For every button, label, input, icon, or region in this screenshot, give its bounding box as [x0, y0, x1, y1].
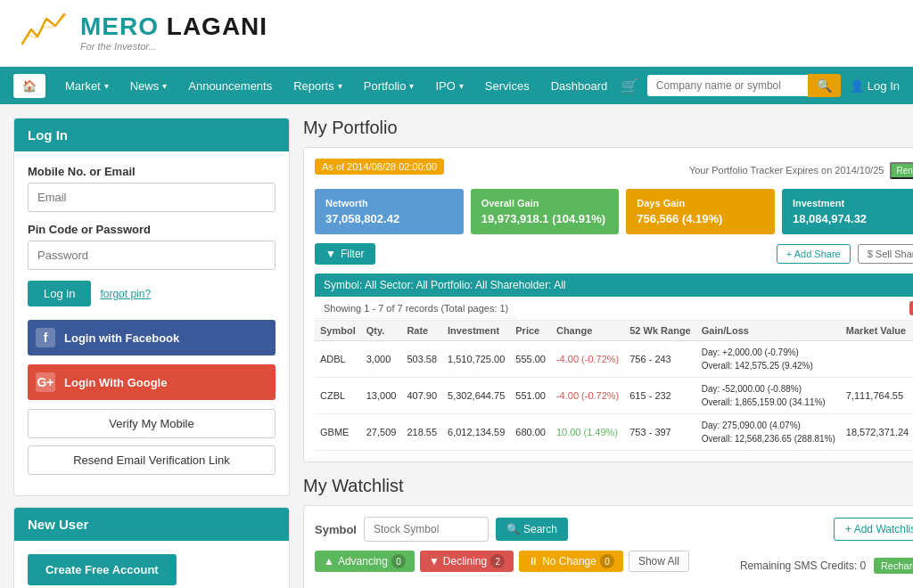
- cell-change: -4.00 (-0.72%): [551, 378, 624, 414]
- nav-item-market[interactable]: Market ▾: [54, 67, 119, 104]
- logo-chart-icon: [18, 10, 71, 57]
- col-change: Change: [551, 321, 624, 341]
- cell-symbol: CZBL: [315, 378, 361, 414]
- login-body: Mobile No. or Email Pin Code or Password…: [14, 151, 289, 495]
- table-row: ADBL 3,000 503.58 1,510,725.00 555.00 -4…: [315, 341, 913, 378]
- chevron-down-icon: ▾: [162, 81, 167, 91]
- showing-text: Showing 1 - 7 of 7 records (Total pages:…: [315, 298, 517, 319]
- login-box: Log In Mobile No. or Email Pin Code or P…: [13, 118, 290, 496]
- add-share-button[interactable]: + Add Share: [777, 244, 851, 264]
- watchlist-title: My Watchlist: [303, 476, 913, 496]
- cell-qty: 13,000: [361, 378, 402, 414]
- expires-text: Your Portfolio Tracker Expires on 2014/1…: [689, 162, 913, 179]
- investment-card: Investment 18,084,974.32: [782, 189, 913, 234]
- nav-bar: 🏠 Market ▾ News ▾ Announcements Reports …: [0, 67, 913, 104]
- stock-symbol-input[interactable]: [364, 517, 489, 542]
- chevron-down-icon: ▾: [104, 81, 109, 91]
- facebook-login-button[interactable]: f Login with Facebook: [28, 320, 276, 355]
- col-marketvalue: Market Value: [841, 321, 913, 341]
- portfolio-table-header: Symbol: All Sector: All Portfolio: All S…: [315, 274, 913, 297]
- show-all-button[interactable]: Show All: [629, 551, 689, 572]
- watchlist-search-row: Symbol 🔍 Search + Add Watchlist: [315, 517, 913, 542]
- watchlist-search-button[interactable]: 🔍 Search: [496, 518, 568, 541]
- nav-item-dashboard[interactable]: Dashboard: [540, 67, 619, 104]
- table-header-row: Symbol Qty. Rate Investment Price Change…: [315, 321, 913, 341]
- new-user-box: New User Create Free Account After regis…: [13, 507, 290, 588]
- renew-button[interactable]: Renew: [890, 162, 913, 179]
- user-icon: 👤: [850, 79, 864, 93]
- cart-icon[interactable]: 🛒: [621, 78, 638, 94]
- sms-credits-label: Remaining SMS Credits: 0: [740, 559, 866, 572]
- resend-email-button[interactable]: Resend Email Verification Link: [28, 445, 276, 475]
- portfolio-box: As of 2014/08/28 02:00:00 Your Portfolio…: [303, 147, 913, 462]
- search-input[interactable]: [647, 75, 808, 96]
- google-login-button[interactable]: G+ Login With Google: [28, 364, 276, 400]
- add-watchlist-button[interactable]: + Add Watchlist: [834, 518, 913, 541]
- pagination-badge: 1: [909, 301, 913, 315]
- cell-investment: 1,510,725.00: [442, 341, 510, 378]
- declining-pill[interactable]: ▼ Declining 2: [420, 551, 514, 572]
- cell-investment: 5,302,644.75: [442, 378, 510, 414]
- nav-item-reports[interactable]: Reports ▾: [283, 67, 353, 104]
- new-user-header: New User: [14, 508, 289, 541]
- forgot-pin-link[interactable]: forgot pin?: [100, 288, 151, 300]
- home-nav-btn[interactable]: 🏠: [13, 74, 45, 98]
- symbol-label: Symbol: [315, 523, 357, 536]
- login-button[interactable]: Log in: [28, 281, 91, 306]
- col-52wk: 52 Wk Range: [624, 321, 695, 341]
- search-box: 🔍: [647, 74, 841, 97]
- cell-symbol: ADBL: [315, 341, 361, 378]
- login-nav-btn[interactable]: 👤 Log In: [850, 79, 900, 93]
- chevron-down-icon: ▾: [409, 81, 414, 91]
- nav-item-services[interactable]: Services: [474, 67, 540, 104]
- sell-share-button[interactable]: $ Sell Share: [858, 244, 913, 264]
- recharge-button[interactable]: Recharge: [874, 558, 913, 574]
- login-btn-row: Log in forgot pin?: [28, 281, 276, 306]
- nav-item-ipo[interactable]: IPO ▾: [424, 67, 473, 104]
- search-icon: 🔍: [506, 523, 520, 535]
- password-input[interactable]: [28, 241, 276, 270]
- advancing-pill[interactable]: ▲ Advancing 0: [315, 551, 415, 572]
- col-qty: Qty.: [361, 321, 402, 341]
- no-change-pill[interactable]: ⏸ No Change 0: [519, 551, 623, 572]
- cell-marketvalue: 18,572,371.24: [841, 414, 913, 451]
- email-input[interactable]: [28, 183, 276, 212]
- create-account-button[interactable]: Create Free Account: [28, 554, 177, 585]
- cell-52wk: 615 - 232: [624, 378, 695, 414]
- cell-change: 10.00 (1.49%): [551, 414, 624, 451]
- cell-change: -4.00 (-0.72%): [551, 341, 624, 378]
- col-gainloss: Gain/Loss: [696, 321, 841, 341]
- sms-credits-area: Remaining SMS Credits: 0 Recharge: [740, 558, 913, 574]
- portfolio-date-badge: As of 2014/08/28 02:00:00: [315, 159, 444, 175]
- days-gain-card: Days Gain 756,566 (4.19%): [626, 189, 775, 234]
- overall-gain-card: Overall Gain 19,973,918.1 (104.91%): [471, 189, 620, 234]
- portfolio-title: My Portfolio: [303, 118, 913, 138]
- nav-item-announcements[interactable]: Announcements: [177, 67, 283, 104]
- table-row: GBME 27,509 218.55 6,012,134.59 680.00 1…: [315, 414, 913, 451]
- facebook-icon: f: [36, 328, 55, 347]
- nav-item-portfolio[interactable]: Portfolio ▾: [353, 67, 425, 104]
- watchlist-box: Symbol 🔍 Search + Add Watchlist ▲ Advanc…: [303, 505, 913, 588]
- chevron-down-icon: ▾: [338, 81, 342, 91]
- arrow-up-icon: ▲: [324, 555, 334, 568]
- right-panel: My Portfolio As of 2014/08/28 02:00:00 Y…: [303, 118, 913, 588]
- verify-mobile-button[interactable]: Verify My Mobile: [28, 409, 276, 438]
- cell-price: 551.00: [510, 378, 551, 414]
- nav-right: 🛒 🔍 👤 Log In: [621, 74, 900, 97]
- left-panel: Log In Mobile No. or Email Pin Code or P…: [13, 118, 290, 588]
- col-symbol: Symbol: [315, 321, 361, 341]
- search-button[interactable]: 🔍: [808, 74, 841, 97]
- mobile-email-label: Mobile No. or Email: [28, 165, 276, 178]
- cell-rate: 407.90: [401, 378, 442, 414]
- cell-price: 555.00: [510, 341, 551, 378]
- cell-52wk: 756 - 243: [624, 341, 695, 378]
- cell-qty: 27,509: [361, 414, 402, 451]
- filter-button[interactable]: ▼ Filter: [315, 243, 375, 265]
- cell-qty: 3,000: [361, 341, 402, 378]
- portfolio-table: Symbol Qty. Rate Investment Price Change…: [315, 321, 913, 451]
- col-price: Price: [510, 321, 551, 341]
- nav-item-news[interactable]: News ▾: [119, 67, 178, 104]
- cell-52wk: 753 - 397: [624, 414, 695, 451]
- logo-text: MERO LAGANI For the Investor...: [80, 14, 267, 52]
- networth-card: Networth 37,058,802.42: [315, 189, 464, 234]
